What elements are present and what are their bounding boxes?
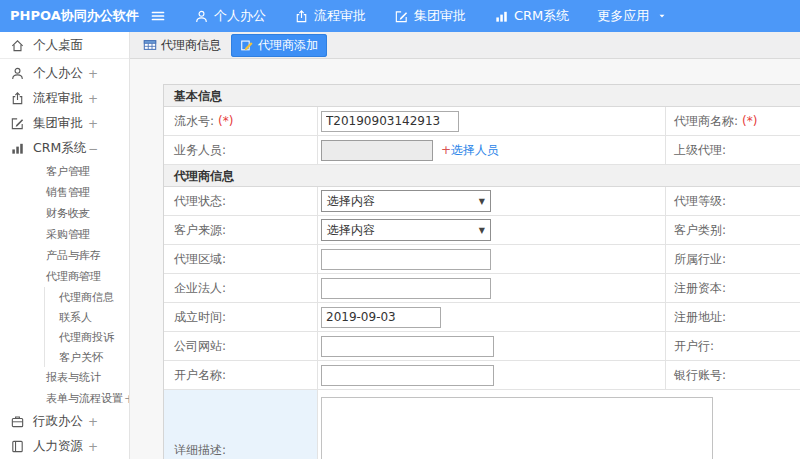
- sidebar-item-19[interactable]: 人力资源+: [0, 434, 129, 459]
- account-name-label-cell: 开户名称:: [164, 361, 318, 389]
- sidebar-item-10[interactable]: 产品与库存+: [0, 245, 129, 266]
- expand-toggle[interactable]: −: [88, 142, 98, 156]
- sidebar-item-6[interactable]: 客户管理+: [0, 161, 129, 182]
- customer-source-select[interactable]: 选择内容▼: [321, 219, 491, 241]
- agent-status-label-cell: 代理状态:: [164, 187, 318, 215]
- sidebar-item-label: 代理商投诉: [59, 330, 114, 345]
- row-label2-cell: 所属行业:: [666, 245, 800, 273]
- sidebar-item-11[interactable]: 代理商管理−: [0, 266, 129, 287]
- agent-region-input[interactable]: [321, 249, 491, 270]
- sidebar-item-label: 代理商信息: [59, 290, 114, 305]
- sidebar-item-label: 行政办公: [33, 413, 83, 430]
- sidebar-item-label: 报表与统计: [46, 370, 101, 385]
- topbar-menu-label: CRM系统: [514, 7, 569, 25]
- tab-1[interactable]: 代理商信息: [143, 37, 221, 54]
- user-icon: [194, 9, 209, 24]
- share-icon: [294, 9, 309, 24]
- hamburger-menu-icon[interactable]: [148, 8, 168, 24]
- topbar-menu-workflow-approval[interactable]: 流程审批: [294, 7, 366, 25]
- business-staff-label: 业务人员:: [174, 142, 226, 159]
- expand-toggle[interactable]: −: [76, 270, 86, 284]
- sidebar-item-2[interactable]: 个人办公+: [0, 61, 129, 86]
- agent-status-select[interactable]: 选择内容▼: [321, 190, 491, 212]
- sidebar-item-8[interactable]: 财务收支+: [0, 203, 129, 224]
- sidebar-item-9[interactable]: 采购管理+: [0, 224, 129, 245]
- sidebar-item-17[interactable]: 表单与流程设置+: [0, 388, 129, 409]
- form-row-description: 详细描述:: [164, 390, 800, 459]
- label2: 注册地址:: [674, 309, 726, 326]
- expand-toggle[interactable]: +: [76, 165, 86, 179]
- dropdown-arrow-icon: ▼: [479, 226, 485, 235]
- tab-2[interactable]: 代理商添加: [231, 34, 327, 57]
- sidebar-item-label: 客户关怀: [59, 350, 103, 365]
- agent-add-form: 基本信息流水号:(*)代理商名称:(*)业务人员:+选择人员上级代理:代理商信息…: [163, 84, 800, 459]
- edit-icon: [10, 116, 25, 131]
- description-textarea[interactable]: [321, 397, 713, 459]
- sidebar-item-label: 联系人: [59, 310, 92, 325]
- topbar-menu-group-approval[interactable]: 集团审批: [394, 7, 466, 25]
- business-staff-select-person-link[interactable]: +选择人员: [441, 142, 499, 159]
- grid-icon: [143, 38, 157, 52]
- sidebar-item-1[interactable]: 个人桌面: [0, 32, 129, 59]
- app-logo: PHPOA协同办公软件: [0, 7, 132, 25]
- user-icon: [10, 66, 25, 81]
- topbar-menu-more-apps[interactable]: 更多应用: [597, 7, 667, 25]
- topbar-menu-personal-office[interactable]: 个人办公: [194, 7, 266, 25]
- sidebar-item-14[interactable]: 代理商投诉: [44, 327, 129, 347]
- account-name-input[interactable]: [321, 365, 494, 386]
- form-row-agent-status: 代理状态:选择内容▼代理等级:: [164, 187, 800, 216]
- required-mark: (*): [218, 114, 233, 128]
- expand-toggle[interactable]: +: [76, 207, 86, 221]
- agent-status-field-cell: 选择内容▼: [318, 187, 666, 215]
- sidebar-item-13[interactable]: 联系人: [44, 307, 129, 327]
- business-staff-link-label: 选择人员: [451, 143, 499, 157]
- label2: 所属行业:: [674, 251, 726, 268]
- sidebar-item-16[interactable]: 报表与统计: [0, 367, 129, 388]
- company-website-input[interactable]: [321, 336, 494, 357]
- sidebar-item-4[interactable]: 集团审批+: [0, 111, 129, 136]
- founded-date-input[interactable]: [321, 307, 441, 328]
- form-row-serial-no: 流水号:(*)代理商名称:(*): [164, 107, 800, 136]
- topbar-menu-crm-system[interactable]: CRM系统: [494, 7, 569, 25]
- account-name-field-cell: [318, 361, 666, 389]
- tab-label: 代理商信息: [161, 37, 221, 54]
- expand-toggle[interactable]: +: [88, 117, 98, 131]
- founded-date-label-cell: 成立时间:: [164, 303, 318, 331]
- row-label2-cell: 注册地址:: [666, 303, 800, 331]
- row-label2-cell: 代理等级:: [666, 187, 800, 215]
- company-website-label-cell: 公司网站:: [164, 332, 318, 360]
- sidebar-item-7[interactable]: 销售管理+: [0, 182, 129, 203]
- legal-person-input[interactable]: [321, 278, 491, 299]
- sidebar-item-15[interactable]: 客户关怀: [44, 347, 129, 367]
- row-label2-cell: 开户行:: [666, 332, 800, 360]
- sidebar-item-5[interactable]: CRM系统−: [0, 136, 129, 161]
- row-label2-cell: 客户类别:: [666, 216, 800, 244]
- legal-person-label: 企业法人:: [174, 280, 226, 297]
- sidebar-item-12[interactable]: 代理商信息: [44, 287, 129, 307]
- topbar-menu-label: 个人办公: [214, 7, 266, 25]
- company-website-field-cell: [318, 332, 666, 360]
- agent-region-label-cell: 代理区域:: [164, 245, 318, 273]
- expand-toggle[interactable]: +: [76, 186, 86, 200]
- expand-toggle[interactable]: +: [76, 249, 86, 263]
- share-icon: [10, 91, 25, 106]
- sidebar-item-label: 流程审批: [33, 90, 83, 107]
- expand-toggle[interactable]: +: [88, 67, 98, 81]
- expand-toggle[interactable]: +: [76, 228, 86, 242]
- sidebar-item-18[interactable]: 行政办公+: [0, 409, 129, 434]
- expand-toggle[interactable]: +: [88, 415, 98, 429]
- customer-source-label-cell: 客户来源:: [164, 216, 318, 244]
- sidebar-item-3[interactable]: 流程审批+: [0, 86, 129, 111]
- row-label2-cell: 银行账号:: [666, 361, 800, 389]
- expand-toggle[interactable]: +: [88, 92, 98, 106]
- form-row-founded-date: 成立时间:注册地址:: [164, 303, 800, 332]
- expand-toggle[interactable]: +: [88, 440, 98, 454]
- sidebar-item-label: 表单与流程设置: [46, 391, 123, 406]
- agent-region-label: 代理区域:: [174, 251, 226, 268]
- sidebar-item-label: 个人桌面: [33, 37, 83, 54]
- customer-source-select-value: 选择内容: [327, 222, 375, 239]
- serial-no-label-cell: 流水号:(*): [164, 107, 318, 135]
- topbar-menu-label: 集团审批: [414, 7, 466, 25]
- sidebar-item-label: 集团审批: [33, 115, 83, 132]
- serial-no-input[interactable]: [321, 111, 459, 132]
